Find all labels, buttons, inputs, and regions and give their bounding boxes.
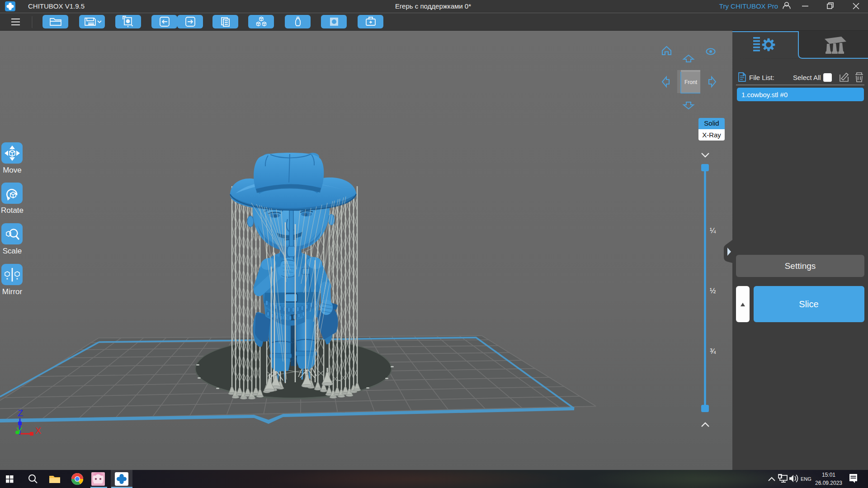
- svg-text:Егерь с поддержками 0*: Егерь с поддержками 0*: [395, 2, 471, 10]
- svg-text:¾: ¾: [710, 347, 716, 355]
- svg-text:ENG: ENG: [801, 476, 811, 482]
- svg-text:26.09.2023: 26.09.2023: [815, 480, 842, 486]
- svg-text:¼: ¼: [710, 227, 716, 235]
- svg-text:File List:: File List:: [749, 74, 774, 81]
- svg-text:Select All: Select All: [793, 74, 821, 81]
- svg-text:1.cowboy.stl #0: 1.cowboy.stl #0: [741, 91, 788, 99]
- svg-text:X: X: [35, 426, 41, 436]
- svg-text:Solid: Solid: [704, 119, 719, 127]
- svg-text:X-Ray: X-Ray: [702, 131, 721, 139]
- svg-text:Z: Z: [18, 408, 23, 418]
- svg-text:CHITUBOX V1.9.5: CHITUBOX V1.9.5: [28, 2, 85, 10]
- svg-text:15:01: 15:01: [822, 472, 835, 478]
- svg-text:Front: Front: [684, 79, 698, 85]
- svg-text:Slice: Slice: [799, 299, 818, 309]
- svg-text:Settings: Settings: [785, 261, 816, 271]
- svg-text:½: ½: [710, 287, 716, 295]
- svg-text:Try CHITUBOX Pro: Try CHITUBOX Pro: [719, 2, 778, 10]
